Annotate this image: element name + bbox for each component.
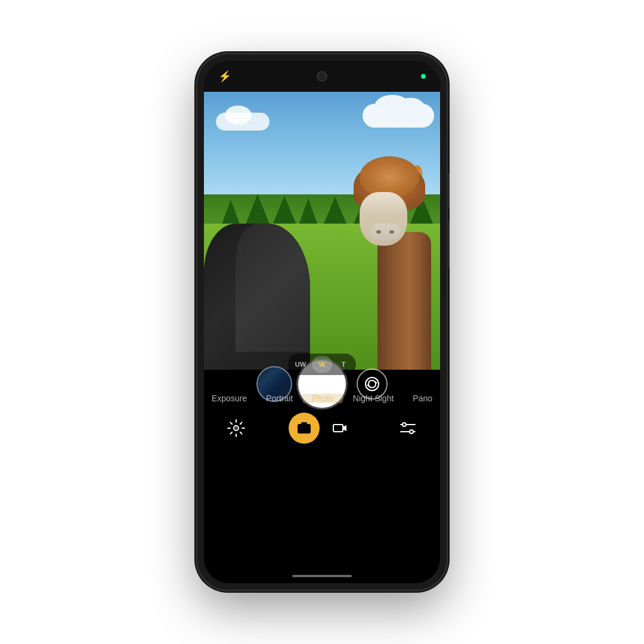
nostril-right [389,230,394,234]
adjust-button[interactable] [395,415,421,441]
mode-selector: Exposure Portrait Photo Night Sight Pano [204,394,440,403]
lens-t-button[interactable]: T [333,356,354,373]
svg-point-36 [410,430,413,434]
active-indicator [421,74,426,79]
photo-mode-button[interactable] [289,413,320,444]
camera-icon [296,420,312,436]
camera-notch [318,72,326,80]
cloud-left [216,113,270,131]
mode-exposure[interactable]: Exposure [204,394,256,403]
alpaca-main [287,150,440,384]
mode-portrait[interactable]: Portrait [256,394,302,403]
svg-point-24 [366,377,379,391]
svg-marker-26 [367,383,369,387]
svg-point-35 [402,423,406,426]
adjust-icon [398,419,417,438]
svg-rect-32 [333,425,343,432]
phone-screen: ⚡ [204,61,440,583]
svg-point-28 [235,427,237,429]
lens-uw-button[interactable]: UW [290,356,311,373]
camera-viewfinder[interactable]: UW W T [204,92,440,384]
alpaca-head [354,162,425,246]
bottom-actions [204,403,440,453]
home-bar [292,575,352,577]
phone-device: ⚡ [197,54,447,590]
svg-rect-31 [301,422,307,425]
alpaca-snout [370,223,400,241]
lens-selector[interactable]: UW W T [288,354,356,375]
nostril-left [376,230,381,234]
video-icon [332,420,348,436]
mode-list: Exposure Portrait Photo Night Sight Pano [204,394,440,403]
head-base [360,192,407,246]
svg-marker-25 [375,381,377,385]
volume-button-mid[interactable] [447,221,450,268]
video-mode-button[interactable] [324,413,355,444]
settings-icon [227,419,246,438]
mode-pano[interactable]: Pano [403,394,440,403]
settings-button[interactable] [223,415,249,441]
flash-icon[interactable]: ⚡ [218,70,231,83]
capture-mode-toggle [289,413,355,444]
cloud-right [363,104,434,128]
camera-preview: UW W T [204,92,440,384]
status-bar: ⚡ [204,61,440,92]
lens-w-button[interactable]: W [312,356,332,373]
mode-night-sight[interactable]: Night Sight [343,394,403,403]
flip-icon [364,376,380,392]
camera-controls: Exposure Portrait Photo Night Sight Pano [204,370,440,583]
mode-photo[interactable]: Photo [302,394,343,403]
volume-button-top[interactable] [447,173,450,209]
alpaca-neck [377,232,431,384]
